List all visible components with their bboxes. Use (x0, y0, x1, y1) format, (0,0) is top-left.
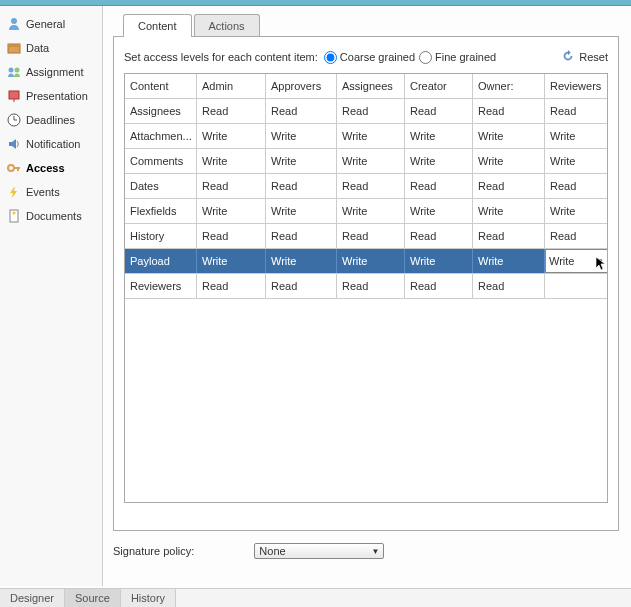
cell-value[interactable]: Read (545, 174, 607, 198)
cell-value[interactable]: Write (405, 199, 473, 223)
access-prompt: Set access levels for each content item: (124, 51, 318, 63)
cell-content[interactable]: Dates (125, 174, 197, 198)
sidebar-item-access[interactable]: Access (0, 156, 102, 180)
cell-value[interactable]: Read (473, 99, 545, 123)
bottom-tab-history[interactable]: History (121, 589, 176, 607)
cell-value[interactable]: Read (337, 174, 405, 198)
cell-value[interactable]: Write (545, 199, 607, 223)
cell-value[interactable]: Write (337, 199, 405, 223)
radio-fine-input[interactable] (419, 51, 432, 64)
col-admin[interactable]: Admin (197, 74, 266, 98)
grid-row[interactable]: ReviewersReadReadReadReadRead (125, 274, 607, 299)
cell-value[interactable]: Write (545, 149, 607, 173)
cell-value[interactable]: Write (197, 124, 266, 148)
sidebar-item-assignment[interactable]: Assignment (0, 60, 102, 84)
cell-value[interactable]: Write (266, 199, 337, 223)
col-assignees[interactable]: Assignees (337, 74, 405, 98)
cell-value[interactable]: Read (197, 224, 266, 248)
sidebar-item-documents[interactable]: Documents (0, 204, 102, 228)
cell-value[interactable]: Write (197, 199, 266, 223)
cell-value[interactable]: Read (405, 274, 473, 298)
cell-value[interactable]: Write (405, 149, 473, 173)
sidebar-item-label: Events (26, 186, 60, 198)
cell-value[interactable]: Write (473, 199, 545, 223)
cell-value[interactable]: Read (337, 274, 405, 298)
cell-content[interactable]: Attachmen... (125, 124, 197, 148)
cell-content[interactable]: Flexfields (125, 199, 197, 223)
signature-label: Signature policy: (113, 545, 194, 557)
sidebar-item-label: Deadlines (26, 114, 75, 126)
signature-select[interactable]: None ▼ (254, 543, 384, 559)
grid-row[interactable]: Attachmen...WriteWriteWriteWriteWriteWri… (125, 124, 607, 149)
grid-row[interactable]: DatesReadReadReadReadReadRead (125, 174, 607, 199)
sidebar-item-deadlines[interactable]: Deadlines (0, 108, 102, 132)
cell-value[interactable]: Read (337, 99, 405, 123)
cell-value[interactable]: Read (266, 174, 337, 198)
tab-content[interactable]: Content (123, 14, 192, 37)
sidebar-item-presentation[interactable]: Presentation (0, 84, 102, 108)
cell-value[interactable]: Read (405, 174, 473, 198)
content-area: Content Actions Set access levels for ea… (103, 6, 631, 586)
cell-value[interactable]: Write (266, 149, 337, 173)
cell-value[interactable]: Write (337, 249, 405, 273)
cell-content[interactable]: Comments (125, 149, 197, 173)
cell-value[interactable]: Write (405, 249, 473, 273)
cell-content[interactable]: Reviewers (125, 274, 197, 298)
cell-content[interactable]: Payload (125, 249, 197, 273)
cell-value[interactable]: Read (473, 274, 545, 298)
sidebar-item-events[interactable]: Events (0, 180, 102, 204)
radio-coarse-input[interactable] (324, 51, 337, 64)
cell-value[interactable]: Write (337, 124, 405, 148)
col-content[interactable]: Content (125, 74, 197, 98)
radio-fine[interactable]: Fine grained (419, 51, 496, 64)
cell-value[interactable]: Write (266, 249, 337, 273)
access-level-select[interactable]: Write▼NoneReadWrite (545, 249, 607, 273)
sidebar-item-general[interactable]: General (0, 12, 102, 36)
cell-value[interactable]: Write (197, 249, 266, 273)
cell-value[interactable]: Read (266, 274, 337, 298)
cell-value[interactable]: Write (266, 124, 337, 148)
cell-value[interactable]: Read (266, 224, 337, 248)
bottom-tab-source[interactable]: Source (65, 589, 121, 607)
grid-row[interactable]: FlexfieldsWriteWriteWriteWriteWriteWrite (125, 199, 607, 224)
reset-button[interactable]: Reset (561, 49, 608, 65)
cell-value[interactable]: Write (197, 149, 266, 173)
cell-value[interactable]: Read (405, 99, 473, 123)
cell-value[interactable]: Read (337, 224, 405, 248)
cell-value[interactable]: Read (197, 274, 266, 298)
inner-tabs: Content Actions (123, 14, 619, 37)
sidebar-item-notification[interactable]: Notification (0, 132, 102, 156)
cell-value[interactable]: Write (545, 124, 607, 148)
cell-value[interactable]: Read (473, 174, 545, 198)
grid-row[interactable]: PayloadWriteWriteWriteWriteWriteWrite▼No… (125, 249, 607, 274)
cell-value[interactable]: Write (405, 124, 473, 148)
cell-content[interactable]: History (125, 224, 197, 248)
cell-value[interactable]: Read (405, 224, 473, 248)
grid-row[interactable]: AssigneesReadReadReadReadReadRead (125, 99, 607, 124)
cell-value[interactable]: Read (545, 99, 607, 123)
col-approvers[interactable]: Approvers (266, 74, 337, 98)
col-owner[interactable]: Owner: (473, 74, 545, 98)
col-creator[interactable]: Creator (405, 74, 473, 98)
people-icon (6, 64, 22, 80)
radio-coarse[interactable]: Coarse grained (324, 51, 415, 64)
cell-value[interactable]: Write (473, 249, 545, 273)
bottom-tab-designer[interactable]: Designer (0, 589, 65, 607)
access-level-dropdown[interactable]: NoneReadWrite (545, 272, 607, 273)
cell-value[interactable] (545, 274, 607, 298)
tab-actions[interactable]: Actions (194, 14, 260, 37)
grid-row[interactable]: CommentsWriteWriteWriteWriteWriteWrite (125, 149, 607, 174)
cell-value[interactable]: Read (545, 224, 607, 248)
svg-point-10 (8, 165, 14, 171)
cell-value[interactable]: Read (473, 224, 545, 248)
cell-content[interactable]: Assignees (125, 99, 197, 123)
col-reviewers[interactable]: Reviewers (545, 74, 607, 98)
cell-value[interactable]: Read (197, 99, 266, 123)
grid-row[interactable]: HistoryReadReadReadReadReadRead (125, 224, 607, 249)
cell-value[interactable]: Read (197, 174, 266, 198)
cell-value[interactable]: Read (266, 99, 337, 123)
sidebar-item-data[interactable]: Data (0, 36, 102, 60)
cell-value[interactable]: Write (473, 149, 545, 173)
cell-value[interactable]: Write (473, 124, 545, 148)
cell-value[interactable]: Write (337, 149, 405, 173)
